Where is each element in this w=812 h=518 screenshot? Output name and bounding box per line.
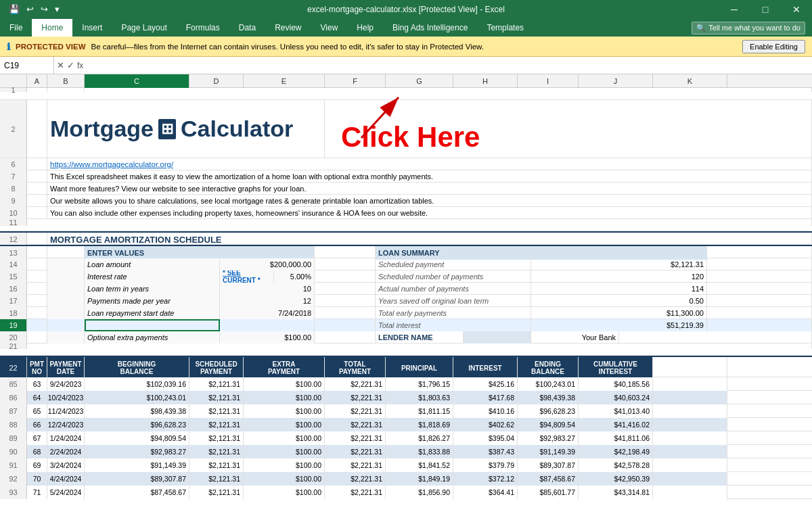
cell-rest15[interactable] <box>707 270 812 283</box>
tab-review[interactable]: Review <box>265 19 311 37</box>
cell-beg-bal[interactable]: $89,307.87 <box>85 472 189 486</box>
cell-principal[interactable]: $1,849.19 <box>386 472 453 486</box>
cell-b20[interactable] <box>47 331 85 344</box>
cell-a20[interactable] <box>27 331 47 344</box>
cell-interest[interactable]: $425.16 <box>453 377 518 391</box>
cell-rest19[interactable] <box>707 319 812 331</box>
cell-end-bal[interactable]: $98,439.38 <box>518 391 579 404</box>
cell-k[interactable] <box>653 391 727 404</box>
cell-11[interactable] <box>27 219 812 226</box>
cell-extra[interactable]: $100.00 <box>244 445 325 458</box>
cell-interest[interactable]: $402.62 <box>453 418 518 431</box>
cell-k[interactable] <box>653 377 727 391</box>
cell-title[interactable]: Mortgage ⊞ Calculator <box>47 100 325 158</box>
cell-a12[interactable] <box>27 233 47 246</box>
scheduled-payment-value[interactable]: $2,121.31 <box>531 258 707 270</box>
interest-rate-value[interactable]: 5.00% <box>274 270 315 283</box>
tab-view[interactable]: View <box>311 19 348 37</box>
green-cell[interactable] <box>85 319 220 331</box>
qa-dropdown-icon[interactable]: ▾ <box>53 3 62 16</box>
cell-pmt[interactable]: 69 <box>27 458 47 472</box>
undo-icon[interactable]: ↩ <box>24 3 36 16</box>
cell-interest[interactable]: $410.16 <box>453 404 518 418</box>
col-header-e[interactable]: E <box>244 74 325 88</box>
cell-b19[interactable] <box>47 319 85 331</box>
cell-pmt[interactable]: 68 <box>27 445 47 458</box>
extra-payments-value[interactable]: $100.00 <box>220 331 315 344</box>
cell-total[interactable]: $2,221.31 <box>325 445 386 458</box>
cell-date[interactable]: 1/24/2024 <box>47 431 85 445</box>
cell-end-bal[interactable]: $85,601.77 <box>518 486 579 499</box>
cell-pmt[interactable]: 66 <box>27 418 47 431</box>
cell-beg-bal[interactable]: $92,983.27 <box>85 445 189 458</box>
tab-page-layout[interactable]: Page Layout <box>112 19 176 37</box>
cell-principal[interactable]: $1,833.88 <box>386 445 453 458</box>
insert-function-icon[interactable]: fx <box>77 61 83 70</box>
cell-date[interactable]: 2/24/2024 <box>47 445 85 458</box>
cell-b16[interactable] <box>47 283 85 295</box>
cell-total[interactable]: $2,221.31 <box>325 404 386 418</box>
cell-beg-bal[interactable]: $87,458.67 <box>85 486 189 499</box>
cell-a2[interactable] <box>27 100 47 158</box>
col-header-h[interactable]: H <box>453 74 518 88</box>
cell-beg-bal[interactable]: $98,439.38 <box>85 404 189 418</box>
cell-pmt[interactable]: 63 <box>27 377 47 391</box>
cell-f20[interactable] <box>315 331 376 344</box>
cell-beg-bal[interactable]: $96,628.23 <box>85 418 189 431</box>
minimize-button[interactable]: ─ <box>719 0 750 19</box>
see-current-link[interactable]: * SEE CURRENT * <box>223 270 271 283</box>
cell-interest[interactable]: $364.41 <box>453 486 518 499</box>
cell-k[interactable] <box>653 431 727 445</box>
cell-principal[interactable]: $1,803.63 <box>386 391 453 404</box>
col-header-k[interactable]: K <box>653 74 727 88</box>
actual-num-payments-value[interactable]: 114 <box>531 283 707 295</box>
cell-sched[interactable]: $2,121.31 <box>189 377 244 391</box>
cell-b1[interactable] <box>47 88 85 92</box>
cell-total[interactable]: $2,221.31 <box>325 431 386 445</box>
enable-editing-button[interactable]: Enable Editing <box>742 40 805 53</box>
col-header-d[interactable]: D <box>189 74 244 88</box>
cell-cum-int[interactable]: $42,198.49 <box>579 445 653 458</box>
cell-b13[interactable] <box>47 246 85 260</box>
cell-cum-int[interactable]: $43,314.81 <box>579 486 653 499</box>
cell-f14[interactable] <box>315 258 376 270</box>
cell-b17[interactable] <box>47 295 85 307</box>
ribbon-search[interactable]: 🔍 Tell me what you want to do <box>692 22 805 34</box>
cell-pmt[interactable]: 70 <box>27 472 47 486</box>
cell-end-bal[interactable]: $91,149.39 <box>518 445 579 458</box>
payments-per-year-value[interactable]: 12 <box>220 295 315 307</box>
cell-f19[interactable] <box>315 319 376 331</box>
cell-k[interactable] <box>653 418 727 431</box>
see-current-cell[interactable]: * SEE CURRENT * <box>220 270 274 283</box>
tab-data[interactable]: Data <box>229 19 265 37</box>
cell-date[interactable]: 11/24/2023 <box>47 404 85 418</box>
cell-sched[interactable]: $2,121.31 <box>189 458 244 472</box>
cell-interest[interactable]: $379.79 <box>453 458 518 472</box>
lender-name-value[interactable]: Your Bank <box>531 331 619 344</box>
col-header-b[interactable]: B <box>47 74 85 88</box>
cell-a19[interactable] <box>27 319 47 331</box>
cancel-formula-icon[interactable]: ✕ <box>57 60 64 70</box>
cell-rest16[interactable] <box>707 283 812 295</box>
cell-extra[interactable]: $100.00 <box>244 404 325 418</box>
cell-a9[interactable] <box>27 195 47 207</box>
cell-f17[interactable] <box>315 295 376 307</box>
cell-end-bal[interactable]: $100,243.01 <box>518 377 579 391</box>
cell-a13[interactable] <box>27 246 47 260</box>
years-saved-value[interactable]: 0.50 <box>531 295 707 307</box>
cell-interest[interactable]: $387.43 <box>453 445 518 458</box>
cell-cum-int[interactable]: $41,416.02 <box>579 418 653 431</box>
tab-formulas[interactable]: Formulas <box>177 19 229 37</box>
col-header-a[interactable]: A <box>27 74 47 88</box>
total-interest-value[interactable]: $51,219.39 <box>531 319 707 331</box>
cell-total[interactable]: $2,221.31 <box>325 391 386 404</box>
tab-home[interactable]: Home <box>32 19 72 37</box>
cell-sched[interactable]: $2,121.31 <box>189 404 244 418</box>
maximize-button[interactable]: □ <box>750 0 781 19</box>
cell-interest[interactable]: $417.68 <box>453 391 518 404</box>
cell-sched[interactable]: $2,121.31 <box>189 472 244 486</box>
sched-num-payments-value[interactable]: 120 <box>531 270 707 283</box>
cell-d19[interactable] <box>220 319 315 331</box>
cell-pmt[interactable]: 67 <box>27 431 47 445</box>
cell-date[interactable]: 12/24/2023 <box>47 418 85 431</box>
